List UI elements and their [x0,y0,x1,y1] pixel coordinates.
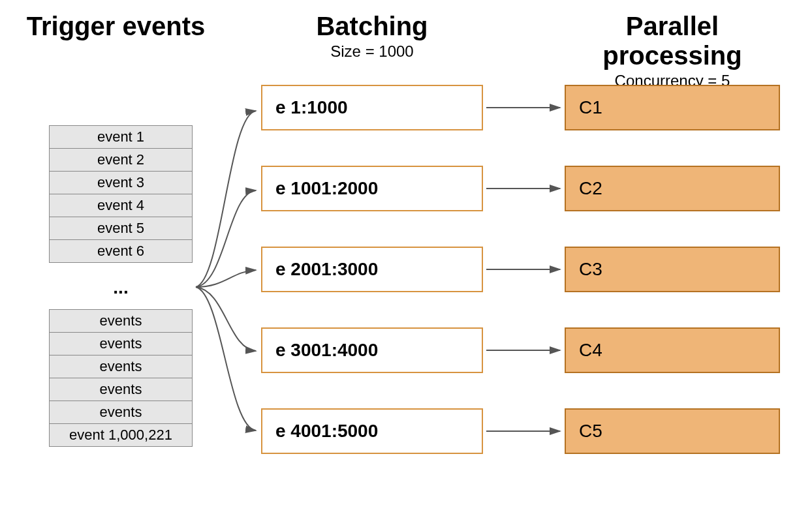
batch-box: e 2001:3000 [261,247,483,292]
arrow-events-to-batch-1 [196,111,256,287]
event-row: event 5 [49,217,193,240]
processor-box: C5 [565,408,780,454]
events-list-top: event 1 event 2 event 3 event 4 event 5 … [49,126,193,263]
arrow-events-to-batch-5 [196,287,256,431]
event-row: event 1 [49,125,193,149]
arrow-events-to-batch-4 [196,287,256,351]
heading-batching: Batching Size = 1000 [255,12,490,61]
batch-box: e 1001:2000 [261,166,483,211]
event-row: events [49,309,193,333]
event-row: event 2 [49,148,193,172]
processor-box: C4 [565,327,780,373]
events-list-bottom: events events events events events event… [49,310,193,447]
batch-box: e 1:1000 [261,85,483,130]
batch-box: e 4001:5000 [261,408,483,454]
event-row: event 3 [49,171,193,194]
events-ellipsis: ... [49,277,193,298]
event-row: event 4 [49,194,193,217]
event-row: events [49,355,193,378]
arrow-events-to-batch-3 [196,270,256,287]
arrow-events-to-batch-2 [196,190,256,287]
heading-parallel: Parallel processing Concurrency = 5 [558,12,787,90]
batch-box: e 3001:4000 [261,327,483,373]
event-row: event 1,000,221 [49,423,193,447]
heading-batching-title: Batching [255,12,490,41]
event-row: events [49,378,193,401]
processor-box: C2 [565,166,780,211]
processor-box: C1 [565,85,780,130]
event-row: event 6 [49,239,193,263]
event-row: events [49,401,193,424]
heading-batching-subtitle: Size = 1000 [255,42,490,61]
heading-parallel-title: Parallel processing [558,12,787,70]
heading-trigger-events: Trigger events [20,12,212,41]
processor-box: C3 [565,247,780,292]
event-row: events [49,332,193,355]
